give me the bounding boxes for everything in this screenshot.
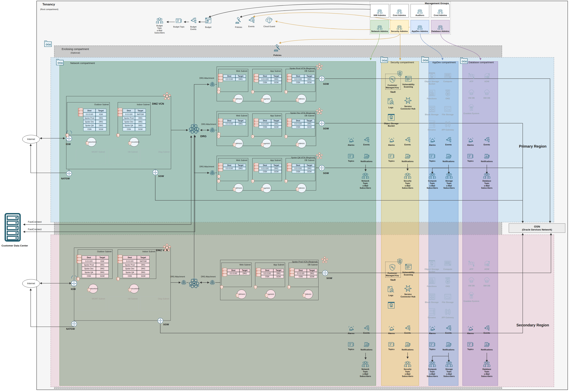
- svg-text:OOΔ: OOΔ: [382, 59, 387, 62]
- route-table-cell: DRG: [137, 270, 150, 274]
- svg-text:X: X: [471, 108, 472, 111]
- dmz-vcn-primary-label: DMZ VCN: [152, 102, 164, 105]
- route-table-row: 0.0.0.0/0DRG: [227, 272, 250, 275]
- alarms-label: Alarms: [467, 332, 474, 335]
- route-table-header-cell: Target: [304, 74, 315, 78]
- database-bm-db: [483, 277, 490, 283]
- route-table-cell: 0.0.0.0/0: [259, 122, 271, 126]
- route-table-cell: DRG: [235, 122, 246, 126]
- route-table-row: 0.0.0.0/0DRG: [223, 78, 246, 81]
- route-table: DestTarget0.0.0.0/0DRGOSNSGW: [259, 164, 282, 173]
- database-vm-db-label: VM DB: [468, 285, 475, 287]
- vcn-icon-dmz-secondary-icon: [163, 244, 171, 252]
- logs-secondary-label: Logs: [388, 294, 393, 297]
- admin-group-label: Auditors: [415, 14, 424, 16]
- database-compartment-label: Database compartment: [469, 61, 494, 64]
- notifications-label: Notifications: [402, 349, 413, 351]
- topic-email-subscribers: [445, 173, 453, 179]
- topic-email-subscribers-label: SecurityTopice-MailSubscribers: [402, 180, 413, 189]
- outdoor-subnet-primary-label: Outdoor Subnet: [94, 103, 109, 106]
- route-table-cell: OSN: [295, 275, 307, 278]
- vault-lock-primary-icon: [397, 70, 403, 77]
- appdev-oke: [444, 277, 451, 284]
- security-list-shield-icon: [217, 179, 220, 183]
- admin-group-network-admins: Network Admins: [370, 20, 389, 33]
- route-table-cell: 0.0.0.0/0: [292, 78, 304, 81]
- osn-subtitle: (Oracle Services Network): [522, 228, 552, 231]
- logs-primary: OX: [387, 98, 394, 105]
- cloud-guard: [265, 16, 273, 24]
- route-table-header-cell: Target: [235, 74, 246, 78]
- topics-label: Topics: [467, 160, 473, 162]
- route-table-cell: SGW: [271, 170, 282, 173]
- route-table-cell: 0.0.0.0/0: [259, 78, 271, 81]
- database-vm-db: [468, 277, 475, 283]
- route-table-header: DestTarget: [261, 269, 284, 272]
- route-table-icon: [77, 255, 82, 263]
- outdoor-subnet-secondary-label: Outdoor Subnet: [97, 250, 112, 252]
- appdev-block-storage: [428, 293, 435, 300]
- admin-group-label: Cred Admins: [434, 14, 447, 16]
- security-list-shield-icon: [217, 135, 220, 139]
- topics-label: Topics: [467, 348, 473, 350]
- topic-email-subscribers-label: NetworkTopice-MailSubscribers: [360, 180, 371, 189]
- vcn-icon-spoke-dev-icon: [316, 108, 323, 114]
- route-table-row: OSNSGW: [295, 275, 317, 278]
- budget-topic-label: Budget Topic: [173, 26, 185, 28]
- route-table-cell: Spoke Prod: [123, 116, 135, 120]
- route-table-icon: [254, 163, 258, 171]
- internet-secondary: Internet: [22, 279, 40, 288]
- route-table: DestTarget0.0.0.0/0DRG: [227, 269, 250, 275]
- route-table-header-cell: Dest: [259, 74, 271, 78]
- appdev-object-storage-label: Object StorageBucket: [425, 268, 439, 273]
- svg-text:+: +: [57, 59, 58, 61]
- budget-label: Budget: [205, 26, 211, 28]
- route-table-cell: OSN: [259, 126, 271, 129]
- route-table-cell: DRG: [96, 267, 109, 270]
- topics: [388, 342, 395, 347]
- route-table: DestTarget0.0.0.0/0DRGOSNSGW: [292, 74, 315, 84]
- diag-subnet-primary-label: Diag Subnet: [158, 151, 170, 153]
- svg-text:+: +: [45, 41, 46, 43]
- route-table-icon: [254, 118, 258, 127]
- appdev-compartment-icon: OOΔ+: [421, 56, 429, 63]
- appdev-file-storage: [444, 294, 451, 300]
- route-table-row: OSNSGW: [259, 81, 282, 84]
- route-table-header-cell: Dest: [82, 256, 96, 259]
- drg-attachment-prod-label: DRG Attachment: [199, 77, 214, 79]
- appdev-block-storage: [428, 106, 435, 112]
- route-table-cell: Spoke Prod: [82, 263, 96, 267]
- admin-group-security-admins: Security Admins: [390, 20, 409, 33]
- security-list-shield-icon: [284, 135, 287, 139]
- topic-email-subscribers-label: DatabaseTopice-MailSubscribers: [481, 368, 493, 378]
- route-table-row: 0.0.0.0/0DRG: [223, 167, 246, 170]
- route-table-icon: [289, 268, 294, 277]
- group-people-icon: [377, 9, 383, 14]
- sgw-dmz-secondary-label: SGW: [163, 323, 169, 326]
- security-list-shield-icon: [128, 141, 131, 145]
- group-people-icon: [397, 25, 402, 30]
- db-subnet-secondary-label: DB Subnet: [308, 264, 318, 266]
- security-list-shield-icon: [128, 288, 131, 292]
- osn-title: OSN: [534, 225, 540, 228]
- database-atp: [468, 260, 475, 267]
- route-table-header-cell: Target: [307, 269, 317, 272]
- drg-attachment-dev-label: DRG Attachment: [201, 123, 216, 126]
- route-table-row: Spoke ProdDRG: [82, 263, 109, 267]
- route-table-row: OSNSGW: [83, 127, 106, 131]
- events: [484, 137, 490, 142]
- alarms: [348, 137, 354, 142]
- security-list-shield-icon: [296, 188, 299, 191]
- notifications-label: Notifications: [481, 349, 493, 351]
- route-table-cell: SGW: [273, 275, 284, 278]
- drg-attachment-secondary-left-label: DRG Attachment: [170, 276, 185, 278]
- route-table-cell: 0.0.0.0/0: [292, 122, 304, 126]
- route-table-header-cell: Target: [273, 269, 284, 272]
- appdev-object-storage-label: Object StorageBucket: [425, 80, 439, 85]
- database-exadata-system: X: [468, 292, 475, 299]
- notifications-label: Notifications: [442, 349, 455, 351]
- topics: [348, 154, 354, 159]
- drg-attachment-qa: [210, 170, 215, 176]
- enclosing-compartment-optional: (Optional): [58, 52, 93, 54]
- sgw-spoke-secondary: [322, 270, 328, 276]
